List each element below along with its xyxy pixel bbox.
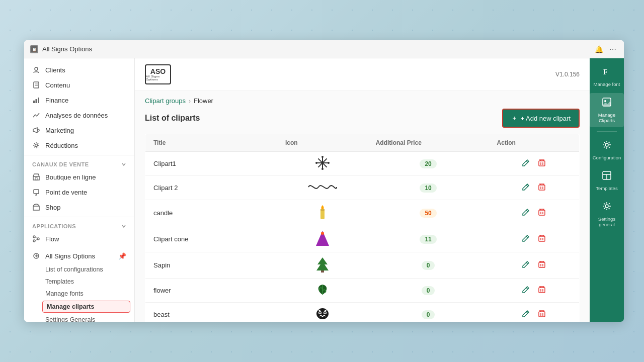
app-window: 📋 All Signs Options 🔔 ⋯ Clients Contenu bbox=[24, 40, 624, 322]
cell-icon bbox=[277, 279, 368, 303]
rp-manage-font-label: Manage font bbox=[594, 81, 620, 87]
cell-icon bbox=[277, 200, 368, 226]
edit-button[interactable] bbox=[519, 285, 533, 297]
svg-line-60 bbox=[526, 236, 528, 238]
svg-point-2 bbox=[35, 67, 38, 70]
svg-point-87 bbox=[319, 312, 320, 314]
svg-rect-61 bbox=[539, 236, 545, 241]
sidebar-item-flow[interactable]: Flow bbox=[24, 231, 134, 246]
user-icon bbox=[32, 66, 40, 74]
sidebar-item-point-de-vente[interactable]: Point de vente bbox=[24, 185, 134, 200]
cell-title: Clipart cone bbox=[145, 226, 278, 252]
delete-button[interactable] bbox=[535, 158, 549, 170]
rp-configuration-label: Configuration bbox=[593, 155, 621, 160]
pin-icon[interactable]: 📌 bbox=[118, 252, 126, 260]
sidebar-subitem-templates[interactable]: Templates bbox=[24, 276, 134, 288]
svg-line-51 bbox=[526, 210, 528, 212]
edit-button[interactable] bbox=[519, 182, 533, 194]
price-badge: 0 bbox=[422, 310, 435, 319]
aso-logo-sub: All Signs Options bbox=[146, 75, 170, 81]
flow-icon bbox=[32, 235, 40, 243]
col-price: Additional Price bbox=[368, 134, 489, 152]
delete-button[interactable] bbox=[535, 207, 549, 219]
rp-manage-cliparts-label: Manage Cliparts bbox=[592, 112, 622, 124]
sidebar-item-reductions[interactable]: Réductions bbox=[24, 138, 134, 153]
edit-button[interactable] bbox=[519, 233, 533, 245]
document-icon bbox=[32, 81, 40, 89]
add-clipart-button[interactable]: ＋ + Add new clipart bbox=[502, 109, 580, 128]
sidebar-item-contenu[interactable]: Contenu bbox=[24, 77, 134, 93]
svg-point-34 bbox=[328, 162, 330, 164]
table-section: List of cliparts ＋ + Add new clipart Tit… bbox=[135, 109, 590, 322]
config-icon bbox=[602, 140, 612, 153]
sidebar-subitem-manage-fonts[interactable]: Manage fonts bbox=[24, 288, 134, 300]
sidebar-item-analyses-label: Analyses de données bbox=[45, 112, 108, 119]
sidebar-item-marketing[interactable]: Marketing bbox=[24, 123, 134, 138]
sidebar-item-all-signs-options[interactable]: All Signs Options 📌 bbox=[24, 248, 134, 263]
breadcrumb-parent[interactable]: Clipart groups bbox=[145, 97, 186, 105]
rp-templates[interactable]: Templates bbox=[590, 166, 624, 195]
shop-icon bbox=[32, 203, 40, 211]
sidebar-item-clients-label: Clients bbox=[45, 66, 65, 74]
rp-manage-font[interactable]: F Manage font bbox=[590, 62, 624, 91]
price-badge: 11 bbox=[420, 235, 436, 244]
svg-point-33 bbox=[315, 162, 317, 164]
analytics-icon bbox=[32, 111, 40, 119]
price-badge: 0 bbox=[422, 286, 435, 295]
svg-point-11 bbox=[35, 144, 38, 147]
cell-price: 0 bbox=[368, 252, 489, 279]
all-signs-options-label: All Signs Options bbox=[45, 252, 95, 260]
cell-icon bbox=[277, 152, 368, 176]
price-badge: 50 bbox=[420, 209, 436, 218]
gear-icon bbox=[32, 141, 40, 149]
rp-configuration[interactable]: Configuration bbox=[590, 136, 624, 164]
table-row: beast 0 bbox=[145, 303, 580, 322]
sidebar-item-flow-label: Flow bbox=[45, 235, 59, 243]
svg-text:📋: 📋 bbox=[32, 47, 37, 52]
add-button-label: + Add new clipart bbox=[521, 115, 571, 122]
delete-button[interactable] bbox=[535, 309, 549, 321]
breadcrumb: Clipart groups › Flower bbox=[135, 91, 590, 109]
notification-button[interactable]: 🔔 bbox=[594, 44, 604, 54]
svg-point-20 bbox=[33, 240, 35, 242]
menu-button[interactable]: ⋯ bbox=[608, 44, 618, 54]
delete-button[interactable] bbox=[535, 259, 549, 272]
cell-price: 11 bbox=[368, 226, 489, 252]
svg-rect-43 bbox=[539, 185, 545, 190]
delete-button[interactable] bbox=[535, 285, 549, 297]
sidebar-item-shop[interactable]: Shop bbox=[24, 200, 134, 215]
svg-line-77 bbox=[526, 288, 528, 289]
sidebar-item-finance[interactable]: Finance bbox=[24, 93, 134, 108]
svg-rect-36 bbox=[539, 161, 545, 166]
store-icon bbox=[32, 173, 40, 181]
edit-button[interactable] bbox=[519, 309, 533, 321]
app-icon: 📋 bbox=[30, 45, 38, 53]
sidebar-subitem-list-config[interactable]: List of configurations bbox=[24, 263, 134, 276]
cell-title: Sapin bbox=[145, 252, 278, 279]
edit-button[interactable] bbox=[519, 158, 533, 170]
sidebar-subitem-manage-cliparts[interactable]: Manage cliparts bbox=[42, 301, 130, 313]
table-row: Sapin 0 bbox=[145, 252, 580, 279]
edit-button[interactable] bbox=[519, 259, 533, 272]
rp-settings-general[interactable]: Settings general bbox=[590, 197, 624, 231]
price-badge: 0 bbox=[422, 261, 435, 270]
sidebar-item-clients[interactable]: Clients bbox=[24, 62, 134, 77]
cell-action bbox=[489, 152, 580, 176]
delete-button[interactable] bbox=[535, 182, 549, 194]
svg-marker-67 bbox=[316, 257, 329, 270]
svg-rect-17 bbox=[33, 206, 39, 210]
svg-line-89 bbox=[526, 312, 528, 313]
cell-icon bbox=[277, 226, 368, 252]
edit-button[interactable] bbox=[519, 207, 533, 219]
version-label: V1.0.156 bbox=[555, 71, 580, 78]
rp-manage-cliparts[interactable]: Manage Cliparts bbox=[590, 93, 624, 127]
sidebar-item-analyses[interactable]: Analyses de données bbox=[24, 108, 134, 123]
cell-action bbox=[489, 200, 580, 226]
svg-line-42 bbox=[526, 185, 528, 187]
sidebar-item-marketing-label: Marketing bbox=[45, 127, 74, 134]
delete-button[interactable] bbox=[535, 233, 549, 245]
aso-logo-text: ASO bbox=[150, 68, 166, 75]
sidebar-subitem-settings-generals[interactable]: Settings Generals bbox=[24, 314, 134, 322]
sidebar-item-boutique[interactable]: Boutique en ligne bbox=[24, 169, 134, 185]
svg-rect-3 bbox=[34, 82, 39, 88]
